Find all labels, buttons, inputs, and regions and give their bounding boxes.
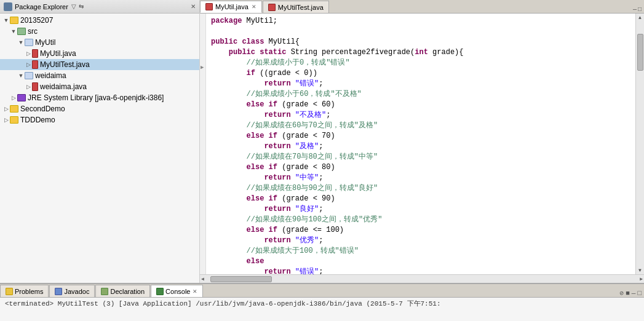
maximize-editor-icon[interactable]: □ bbox=[638, 6, 642, 13]
scroll-down-arrow[interactable]: ▼ bbox=[637, 266, 643, 274]
java-icon-weidaima bbox=[32, 82, 38, 91]
collapse-all-icon[interactable]: ▽ bbox=[71, 2, 77, 10]
bottom-tab-actions: ⊘ ■ — □ bbox=[618, 289, 644, 297]
minimize-editor-icon[interactable]: — bbox=[633, 6, 637, 13]
tree-label-jre: JRE System Library [java-6-openjdk-i386] bbox=[28, 93, 164, 102]
console-clear-icon[interactable]: ⊘ bbox=[620, 289, 624, 297]
tree-item-src[interactable]: ▼ src bbox=[0, 26, 199, 37]
editor-area: MyUtil.java ✕ MyUtilTest.java — □ ▶ pack… bbox=[200, 0, 644, 283]
horiz-scroll-right[interactable]: ▶ bbox=[640, 276, 643, 282]
tab-icon-myutiltest bbox=[268, 4, 276, 11]
tree-label-myutil-pkg: MyUtil bbox=[35, 38, 55, 47]
editor-vertical-scrollbar[interactable]: ▲ ▼ bbox=[635, 14, 644, 274]
project-icon-20135207 bbox=[10, 17, 18, 24]
tab-label-declaration: Declaration bbox=[110, 288, 145, 295]
scrollbar-thumb[interactable] bbox=[637, 34, 643, 71]
package-explorer-icon bbox=[4, 2, 12, 11]
console-output: <terminated> MyUtilTest (3) [Java Applic… bbox=[0, 298, 644, 321]
tree-arrow-weidaima: ▼ bbox=[17, 73, 25, 79]
tree-arrow-weidaima-java: ▷ bbox=[25, 84, 32, 90]
package-tree: ▼ 20135207 ▼ src ▼ MyUtil bbox=[0, 14, 199, 283]
tree-arrow-jre: ▷ bbox=[10, 95, 17, 101]
fold-indicator: ▶ bbox=[201, 65, 204, 71]
java-icon-myutil bbox=[32, 49, 38, 58]
tree-item-weidaima-pkg[interactable]: ▼ weidaima bbox=[0, 70, 199, 81]
package-icon-myutil bbox=[25, 39, 33, 46]
tab-label-console: Console bbox=[165, 288, 190, 295]
problems-icon bbox=[6, 288, 13, 295]
src-icon bbox=[17, 28, 26, 35]
tree-arrow-src: ▼ bbox=[10, 28, 17, 34]
console-tab-close[interactable]: ✕ bbox=[193, 288, 197, 295]
tree-item-20135207[interactable]: ▼ 20135207 bbox=[0, 15, 199, 26]
horiz-scrollbar-thumb[interactable] bbox=[210, 276, 272, 282]
link-with-editor-icon[interactable]: ⇆ bbox=[78, 2, 84, 10]
jre-icon bbox=[17, 94, 26, 101]
tab-declaration[interactable]: Declaration bbox=[95, 285, 150, 297]
tree-arrow-tdddemo: ▷ bbox=[2, 117, 10, 123]
tab-problems[interactable]: Problems bbox=[0, 285, 49, 297]
tree-arrow-myutil-java: ▷ bbox=[25, 50, 32, 57]
bottom-panel: Problems Javadoc Declaration Console ✕ ⊘… bbox=[0, 283, 644, 321]
tab-console[interactable]: Console ✕ bbox=[151, 285, 203, 297]
tab-javadoc[interactable]: Javadoc bbox=[49, 285, 95, 297]
tree-item-myutiltest-java[interactable]: ▷ MyUtilTest.java bbox=[0, 59, 199, 70]
java-icon-myutiltest bbox=[32, 60, 38, 69]
bottom-tab-bar: Problems Javadoc Declaration Console ✕ ⊘… bbox=[0, 284, 644, 298]
scroll-up-arrow[interactable]: ▲ bbox=[637, 14, 643, 22]
tree-arrow-myutil: ▼ bbox=[17, 39, 25, 46]
package-explorer-title: Package Explorer bbox=[15, 3, 68, 10]
tab-label-myutil: MyUtil.java bbox=[215, 3, 248, 10]
top-area: Package Explorer ▽ ⇆ ✕ ▼ 20135207 ▼ bbox=[0, 0, 644, 283]
tree-label-myutil-java: MyUtil.java bbox=[40, 49, 76, 58]
tree-label-src: src bbox=[28, 27, 38, 36]
panel-toolbar: ▽ ⇆ bbox=[71, 2, 84, 10]
tree-item-myutil-java[interactable]: ▷ MyUtil.java bbox=[0, 48, 199, 59]
package-explorer-titlebar: Package Explorer ▽ ⇆ ✕ bbox=[0, 0, 199, 14]
tree-arrow-myutiltest: ▷ bbox=[25, 61, 32, 68]
tree-arrow-20135207: ▼ bbox=[2, 17, 10, 23]
tab-label-javadoc: Javadoc bbox=[64, 288, 89, 295]
horiz-scroll-left[interactable]: ◀ bbox=[201, 276, 204, 282]
package-icon-weidaima bbox=[25, 72, 33, 79]
javadoc-icon bbox=[55, 288, 62, 295]
tree-label-weidaima-java: weidaima.java bbox=[40, 82, 87, 91]
tab-label-myutiltest: MyUtilTest.java bbox=[278, 4, 324, 11]
editor-code-area[interactable]: package MyUtil; public class MyUtil{ pub… bbox=[206, 14, 635, 274]
console-icon bbox=[156, 288, 164, 295]
declaration-icon bbox=[101, 288, 108, 295]
tree-label-myutiltest-java: MyUtilTest.java bbox=[40, 60, 90, 69]
panel-close-icon[interactable]: ✕ bbox=[191, 3, 196, 10]
minimize-bottom-icon[interactable]: — bbox=[632, 290, 636, 297]
tab-label-problems: Problems bbox=[15, 288, 43, 295]
console-text: <terminated> MyUtilTest (3) [Java Applic… bbox=[5, 300, 441, 307]
package-explorer-panel: Package Explorer ▽ ⇆ ✕ ▼ 20135207 ▼ bbox=[0, 0, 200, 283]
tree-label-seconddemo: SecondDemo bbox=[20, 105, 65, 113]
tree-item-seconddemo[interactable]: ▷ SecondDemo bbox=[0, 103, 199, 114]
project-icon-tdddemo bbox=[10, 116, 18, 124]
tree-item-jre[interactable]: ▷ JRE System Library [java-6-openjdk-i38… bbox=[0, 92, 199, 103]
tab-icon-myutil bbox=[205, 3, 213, 10]
editor-horizontal-scrollbar[interactable]: ◀ ▶ bbox=[200, 274, 644, 283]
tab-close-myutil[interactable]: ✕ bbox=[252, 4, 256, 10]
main-layout: Package Explorer ▽ ⇆ ✕ ▼ 20135207 ▼ bbox=[0, 0, 644, 321]
project-icon-seconddemo bbox=[10, 105, 18, 113]
editor-gutter: ▶ bbox=[200, 14, 206, 274]
tree-label-20135207: 20135207 bbox=[20, 16, 53, 25]
maximize-bottom-icon[interactable]: □ bbox=[637, 290, 642, 297]
tree-item-weidaima-java[interactable]: ▷ weidaima.java bbox=[0, 81, 199, 92]
console-terminate-icon[interactable]: ■ bbox=[626, 290, 630, 297]
tree-label-tdddemo: TDDDemo bbox=[20, 116, 55, 124]
editor-body: ▶ package MyUtil; public class MyUtil{ p… bbox=[200, 14, 644, 274]
tree-item-myutil-pkg[interactable]: ▼ MyUtil bbox=[0, 37, 199, 48]
tab-myutil[interactable]: MyUtil.java ✕ bbox=[200, 1, 262, 13]
editor-tab-buttons: — □ bbox=[630, 6, 644, 13]
tab-myutiltest[interactable]: MyUtilTest.java bbox=[263, 1, 329, 13]
tree-label-weidaima-pkg: weidaima bbox=[35, 71, 66, 80]
tree-item-tdddemo[interactable]: ▷ TDDDemo bbox=[0, 114, 199, 125]
tree-arrow-seconddemo: ▷ bbox=[2, 106, 10, 112]
editor-tab-bar: MyUtil.java ✕ MyUtilTest.java — □ bbox=[200, 0, 644, 14]
